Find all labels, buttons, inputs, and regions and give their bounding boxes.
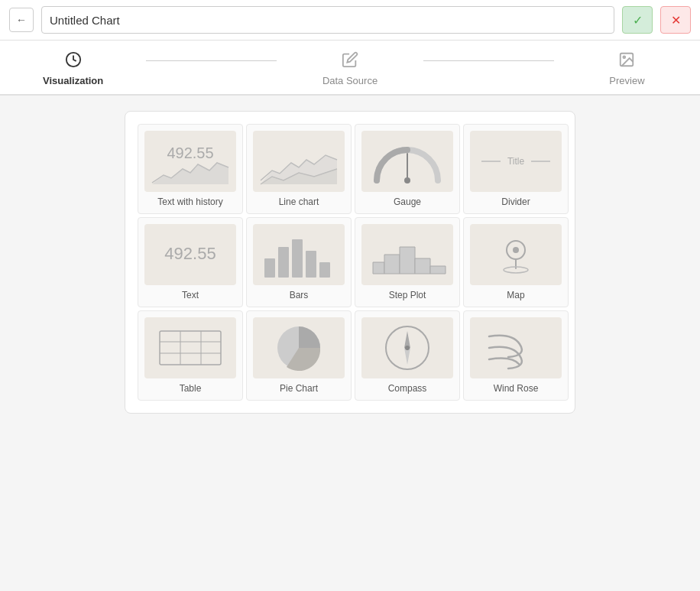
chart-preview-wind-rose — [470, 317, 562, 378]
svg-rect-42 — [470, 317, 562, 378]
svg-text:Title: Title — [507, 156, 525, 167]
step-data-source[interactable]: Data Source — [277, 41, 423, 94]
chart-type-grid-container: 492.55 Text with history — [125, 111, 575, 414]
chart-preview-text: 492.55 — [144, 224, 236, 285]
chart-type-text[interactable]: 492.55 Text — [138, 217, 243, 307]
svg-point-27 — [513, 247, 519, 253]
chart-preview-line-chart — [253, 131, 345, 192]
svg-point-41 — [405, 346, 410, 350]
cancel-button[interactable]: ✕ — [660, 6, 691, 34]
chart-label-compass: Compass — [388, 383, 427, 394]
svg-rect-29 — [144, 317, 236, 378]
chart-type-grid: 492.55 Text with history — [138, 124, 562, 401]
step-visualization[interactable]: Visualization — [0, 41, 146, 94]
chart-type-pie-chart[interactable]: Pie Chart — [246, 310, 352, 401]
chart-type-gauge[interactable]: Gauge — [355, 124, 460, 214]
chart-label-map: Map — [507, 290, 524, 300]
chart-type-divider[interactable]: Title Divider — [463, 124, 569, 214]
chart-label-wind-rose: Wind Rose — [494, 383, 539, 394]
chart-type-compass[interactable]: Compass — [355, 310, 460, 401]
chart-type-step-plot[interactable]: Step Plot — [355, 217, 460, 307]
confirm-button[interactable]: ✓ — [622, 6, 653, 34]
chart-label-line-chart: Line chart — [279, 196, 319, 207]
back-button[interactable]: ← — [9, 8, 34, 32]
chart-type-bars[interactable]: Bars — [246, 217, 352, 307]
chart-label-table: Table — [180, 383, 202, 394]
step-preview[interactable]: Preview — [554, 41, 700, 94]
svg-rect-23 — [319, 262, 330, 278]
chart-preview-compass — [361, 317, 453, 378]
step-data-source-label: Data Source — [322, 75, 378, 86]
chart-type-table[interactable]: Table — [138, 310, 243, 401]
chart-label-step-plot: Step Plot — [389, 290, 426, 300]
step-line-1 — [146, 60, 277, 61]
chart-preview-map — [470, 224, 562, 285]
chart-label-bars: Bars — [290, 290, 309, 300]
svg-rect-21 — [292, 239, 303, 278]
svg-rect-19 — [264, 258, 275, 278]
image-icon — [618, 51, 635, 72]
svg-rect-22 — [306, 251, 316, 278]
step-preview-label: Preview — [609, 75, 644, 86]
check-icon: ✓ — [633, 13, 643, 28]
back-arrow-icon: ← — [16, 14, 27, 26]
stepper: Visualization Data Source Preview — [0, 41, 700, 95]
content-area: 492.55 Text with history — [0, 96, 700, 429]
step-line-2 — [423, 60, 554, 61]
chart-label-gauge: Gauge — [394, 196, 421, 207]
svg-rect-25 — [470, 224, 562, 285]
step-visualization-label: Visualization — [43, 75, 103, 86]
chart-preview-table — [144, 317, 236, 378]
chart-type-map[interactable]: Map — [463, 217, 569, 307]
chart-label-text-with-history: Text with history — [157, 196, 222, 207]
chart-preview-text-with-history: 492.55 — [144, 131, 236, 192]
svg-text:492.55: 492.55 — [167, 145, 213, 161]
chart-icon — [65, 51, 82, 72]
svg-text:492.55: 492.55 — [164, 244, 216, 263]
chart-type-line-chart[interactable]: Line chart — [246, 124, 352, 214]
top-bar: ← ✓ ✕ — [0, 0, 700, 41]
chart-preview-step-plot — [361, 224, 453, 285]
chart-title-input[interactable] — [41, 6, 614, 34]
chart-label-text: Text — [182, 290, 199, 300]
svg-point-2 — [624, 56, 626, 58]
chart-preview-divider: Title — [470, 131, 562, 192]
chart-type-text-with-history[interactable]: 492.55 Text with history — [138, 124, 243, 214]
close-icon: ✕ — [671, 13, 681, 28]
chart-preview-pie-chart — [253, 317, 345, 378]
svg-rect-20 — [278, 247, 289, 278]
chart-preview-gauge — [361, 131, 453, 192]
chart-label-divider: Divider — [501, 196, 530, 207]
chart-type-wind-rose[interactable]: Wind Rose — [463, 310, 569, 401]
chart-label-pie-chart: Pie Chart — [280, 383, 318, 394]
chart-preview-bars — [253, 224, 345, 285]
edit-icon — [342, 51, 358, 72]
